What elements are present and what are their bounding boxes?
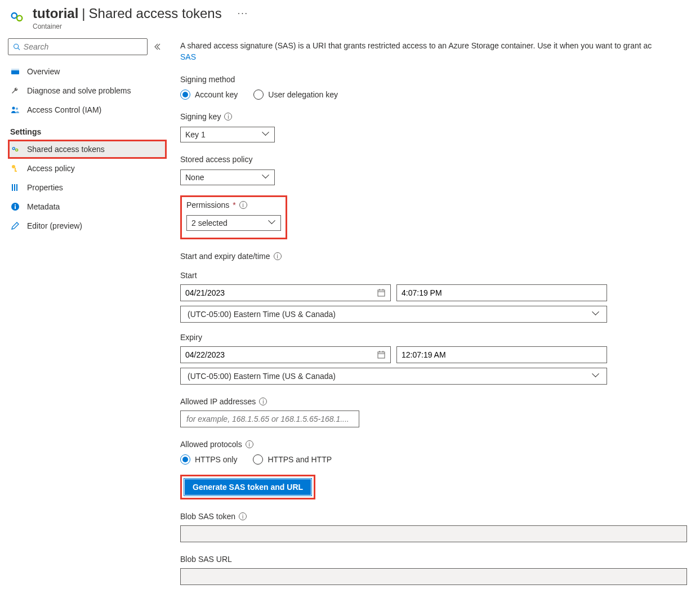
key-icon [10, 163, 20, 173]
svg-line-1 [18, 48, 20, 50]
svg-rect-13 [15, 206, 16, 209]
blob-sas-token-output [180, 525, 687, 542]
svg-rect-19 [378, 352, 385, 358]
sidebar-item-label: Diagnose and solve problems [27, 86, 131, 95]
info-icon[interactable]: i [246, 440, 253, 448]
svg-rect-3 [11, 69, 19, 70]
signing-method-user-delegation[interactable]: User delegation key [253, 90, 338, 100]
info-icon[interactable]: i [239, 512, 247, 520]
start-timezone-select[interactable]: (UTC-05:00) Eastern Time (US & Canada) [180, 306, 607, 323]
signing-key-select[interactable]: Key 1 [180, 127, 275, 142]
blob-sas-url-label: Blob SAS URL [180, 555, 700, 564]
radio-icon [253, 454, 263, 465]
permissions-label: Permissions * i [186, 200, 281, 209]
sidebar-item-label: Overview [27, 67, 60, 76]
svg-point-5 [16, 108, 18, 110]
chevron-down-icon [593, 311, 600, 318]
svg-point-4 [12, 107, 15, 110]
sidebar-item-access-control[interactable]: Access Control (IAM) [8, 100, 167, 119]
page-title: tutorial [33, 6, 78, 21]
sidebar-item-overview[interactable]: Overview [8, 62, 167, 81]
signing-key-label: Signing key i [180, 112, 700, 121]
sas-link[interactable]: SAS [180, 52, 196, 61]
stored-policy-select[interactable]: None [180, 169, 275, 185]
intro-text: A shared access signature (SAS) is a URI… [180, 41, 700, 63]
properties-icon [10, 182, 20, 193]
allowed-ip-label: Allowed IP addresses i [180, 397, 700, 406]
expiry-date-input[interactable] [180, 346, 391, 363]
more-button[interactable]: ··· [238, 8, 248, 19]
sidebar-item-label: Editor (preview) [27, 221, 82, 230]
svg-rect-14 [15, 204, 16, 206]
generate-button-highlight: Generate SAS token and URL [180, 475, 315, 499]
radio-icon [180, 454, 190, 465]
datetime-section-label: Start and expiry date/time i [180, 252, 700, 261]
main-content: A shared access signature (SAS) is a URI… [167, 30, 700, 589]
page-subtitle: Shared access tokens [89, 6, 222, 21]
collapse-sidebar-button[interactable] [152, 38, 162, 55]
svg-rect-11 [16, 184, 17, 191]
calendar-icon [377, 350, 386, 359]
search-box[interactable] [8, 38, 148, 55]
info-icon [10, 202, 20, 212]
overview-icon [10, 66, 20, 77]
sidebar-item-label: Access Control (IAM) [27, 105, 101, 114]
calendar-icon [377, 288, 386, 297]
protocol-https-http[interactable]: HTTPS and HTTP [253, 454, 332, 465]
permissions-highlight: Permissions * i 2 selected [180, 195, 287, 239]
radio-icon [253, 90, 264, 100]
people-icon [10, 105, 20, 115]
chevron-down-icon [269, 220, 276, 226]
chevron-down-icon [263, 131, 270, 138]
allowed-ip-input-wrap[interactable] [180, 410, 359, 427]
link-icon [10, 144, 20, 154]
radio-icon [180, 90, 190, 100]
sidebar-item-diagnose[interactable]: Diagnose and solve problems [8, 81, 167, 100]
signing-method-account-key[interactable]: Account key [180, 90, 238, 100]
sidebar-item-label: Metadata [27, 202, 60, 211]
generate-sas-button[interactable]: Generate SAS token and URL [184, 479, 311, 496]
chevron-down-icon [263, 174, 270, 181]
sidebar-item-metadata[interactable]: Metadata [8, 197, 167, 216]
sidebar-item-label: Access policy [27, 164, 75, 173]
sidebar-section-settings: Settings [8, 119, 167, 140]
permissions-select[interactable]: 2 selected [186, 215, 281, 231]
info-icon[interactable]: i [239, 201, 247, 209]
sidebar-item-shared-access-tokens[interactable]: Shared access tokens [8, 140, 167, 159]
container-icon [8, 8, 26, 26]
search-input[interactable] [24, 42, 142, 51]
blob-sas-url-output [180, 568, 687, 585]
start-label: Start [180, 271, 700, 280]
protocol-https-only[interactable]: HTTPS only [180, 454, 237, 465]
sidebar-item-access-policy[interactable]: Access policy [8, 159, 167, 178]
chevron-down-icon [593, 373, 600, 380]
blob-sas-token-label: Blob SAS token i [180, 512, 700, 521]
svg-rect-8 [15, 171, 17, 172]
page-header: tutorial | Shared access tokens ··· Cont… [0, 0, 700, 30]
start-time-input[interactable] [396, 284, 607, 301]
info-icon[interactable]: i [224, 113, 232, 121]
expiry-label: Expiry [180, 333, 700, 342]
expiry-time-input[interactable] [396, 346, 607, 363]
svg-rect-10 [14, 184, 15, 191]
allowed-ip-input[interactable] [186, 411, 353, 427]
info-icon[interactable]: i [274, 252, 282, 260]
expiry-timezone-select[interactable]: (UTC-05:00) Eastern Time (US & Canada) [180, 368, 607, 385]
page-subtext: Container [33, 23, 248, 30]
sidebar-item-label: Properties [27, 183, 63, 192]
sidebar: Overview Diagnose and solve problems Acc… [0, 30, 167, 589]
allowed-protocols-label: Allowed protocols i [180, 440, 700, 449]
start-date-input[interactable] [180, 284, 391, 301]
svg-rect-9 [12, 184, 13, 191]
info-icon[interactable]: i [259, 398, 267, 405]
sidebar-item-editor[interactable]: Editor (preview) [8, 216, 167, 235]
svg-rect-15 [378, 290, 385, 296]
stored-policy-label: Stored access policy [180, 155, 700, 164]
wrench-icon [10, 86, 20, 96]
sidebar-item-label: Shared access tokens [27, 145, 105, 154]
sidebar-item-properties[interactable]: Properties [8, 178, 167, 197]
signing-method-label: Signing method [180, 75, 700, 84]
pencil-icon [10, 221, 20, 231]
svg-point-0 [14, 44, 19, 48]
search-icon [13, 43, 20, 51]
